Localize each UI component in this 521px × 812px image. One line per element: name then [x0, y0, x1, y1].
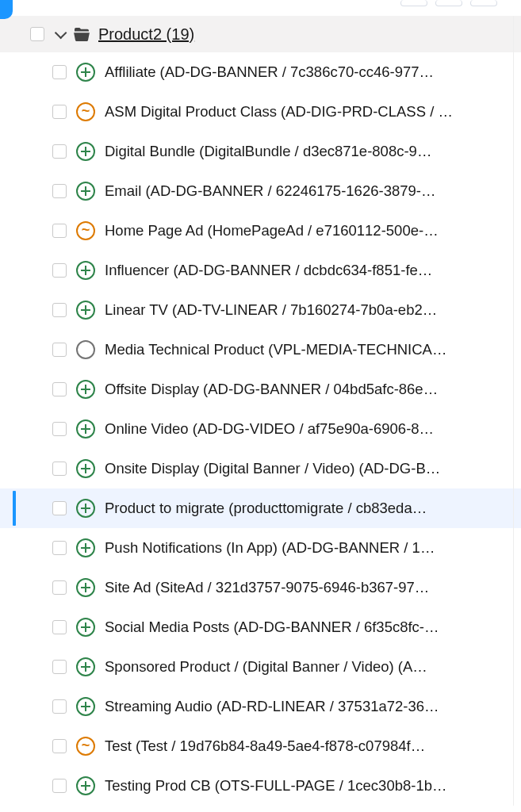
add-circle-icon — [76, 301, 95, 320]
item-checkbox[interactable] — [52, 144, 67, 159]
item-checkbox[interactable] — [52, 699, 67, 714]
scrollbar-vertical[interactable] — [513, 16, 521, 806]
item-checkbox[interactable] — [52, 620, 67, 634]
list-item[interactable]: Testing Prod CB (OTS-FULL-PAGE / 1cec30b… — [0, 766, 521, 806]
item-list: Affliliate (AD-DG-BANNER / 7c386c70-cc46… — [0, 52, 521, 806]
add-circle-icon — [76, 261, 95, 280]
item-label: Site Ad (SiteAd / 321d3757-9075-6946-b36… — [105, 579, 521, 596]
list-item[interactable]: Email (AD-DG-BANNER / 62246175-1626-3879… — [0, 171, 521, 211]
item-checkbox[interactable] — [52, 422, 67, 436]
item-checkbox[interactable] — [52, 779, 67, 793]
item-checkbox[interactable] — [52, 462, 67, 476]
sync-circle-icon — [76, 102, 95, 121]
list-item[interactable]: Streaming Audio (AD-RD-LINEAR / 37531a72… — [0, 687, 521, 726]
chevron-down-icon[interactable] — [51, 26, 67, 42]
add-circle-icon — [76, 459, 95, 478]
item-checkbox[interactable] — [52, 105, 67, 119]
item-checkbox[interactable] — [52, 739, 67, 753]
add-circle-icon — [76, 142, 95, 161]
item-label: Test (Test / 19d76b84-8a49-5ae4-f878-c07… — [105, 737, 521, 755]
add-circle-icon — [76, 538, 95, 557]
list-item[interactable]: Affliliate (AD-DG-BANNER / 7c386c70-cc46… — [0, 52, 521, 92]
item-label: Influencer (AD-DG-BANNER / dcbdc634-f851… — [105, 262, 521, 279]
group-header-row[interactable]: Product2 (19) — [0, 16, 521, 52]
add-circle-icon — [76, 419, 95, 439]
list-item[interactable]: Onsite Display (Digital Banner / Video) … — [0, 449, 521, 488]
list-item[interactable]: Site Ad (SiteAd / 321d3757-9075-6946-b36… — [0, 568, 521, 607]
item-label: Email (AD-DG-BANNER / 62246175-1626-3879… — [105, 182, 521, 200]
top-toolbar — [0, 0, 521, 16]
list-item[interactable]: Offsite Display (AD-DG-BANNER / 04bd5afc… — [0, 370, 521, 409]
group-header-label[interactable]: Product2 (19) — [98, 25, 194, 44]
item-label: Sponsored Product / (Digital Banner / Vi… — [105, 658, 521, 676]
item-label: Media Technical Product (VPL-MEDIA-TECHN… — [105, 341, 521, 358]
add-circle-icon — [76, 578, 95, 597]
item-label: Push Notifications (In App) (AD-DG-BANNE… — [105, 539, 521, 557]
empty-circle-icon — [76, 340, 95, 359]
list-item[interactable]: Social Media Posts (AD-DG-BANNER / 6f35c… — [0, 607, 521, 647]
add-circle-icon — [76, 657, 95, 676]
product-tree: Product2 (19) Affliliate (AD-DG-BANNER /… — [0, 0, 521, 806]
item-checkbox[interactable] — [52, 541, 67, 555]
add-circle-icon — [76, 182, 95, 201]
item-label: Online Video (AD-DG-VIDEO / af75e90a-690… — [105, 420, 521, 438]
folder-open-icon — [73, 25, 90, 43]
list-item[interactable]: ASM Digital Product Class (AD-DIG-PRD-CL… — [0, 92, 521, 132]
item-label: Digital Bundle (DigitalBundle / d3ec871e… — [105, 143, 521, 160]
item-checkbox[interactable] — [52, 65, 67, 79]
list-item[interactable]: Test (Test / 19d76b84-8a49-5ae4-f878-c07… — [0, 726, 521, 766]
add-circle-icon — [76, 618, 95, 637]
item-checkbox[interactable] — [52, 660, 67, 674]
item-checkbox[interactable] — [52, 501, 67, 515]
item-label: Linear TV (AD-TV-LINEAR / 7b160274-7b0a-… — [105, 301, 521, 319]
item-checkbox[interactable] — [52, 184, 67, 198]
sync-circle-icon — [76, 221, 95, 240]
toolbar-button-2[interactable] — [435, 0, 462, 6]
add-circle-icon — [76, 380, 95, 399]
item-label: Streaming Audio (AD-RD-LINEAR / 37531a72… — [105, 698, 521, 715]
item-label: Onsite Display (Digital Banner / Video) … — [105, 460, 521, 477]
list-item[interactable]: Push Notifications (In App) (AD-DG-BANNE… — [0, 528, 521, 568]
item-label: Home Page Ad (HomePageAd / e7160112-500e… — [105, 222, 521, 239]
list-item[interactable]: Online Video (AD-DG-VIDEO / af75e90a-690… — [0, 409, 521, 449]
list-item[interactable]: Media Technical Product (VPL-MEDIA-TECHN… — [0, 330, 521, 370]
item-checkbox[interactable] — [52, 382, 67, 396]
add-circle-icon — [76, 697, 95, 716]
select-all-checkbox[interactable] — [30, 27, 44, 41]
item-label: Testing Prod CB (OTS-FULL-PAGE / 1cec30b… — [105, 777, 521, 795]
toolbar-button-3[interactable] — [470, 0, 497, 6]
toolbar-button-1[interactable] — [400, 0, 427, 6]
item-checkbox[interactable] — [52, 224, 67, 238]
list-item[interactable]: Home Page Ad (HomePageAd / e7160112-500e… — [0, 211, 521, 251]
add-circle-icon — [76, 776, 95, 795]
item-label: ASM Digital Product Class (AD-DIG-PRD-CL… — [105, 103, 521, 121]
list-item[interactable]: Digital Bundle (DigitalBundle / d3ec871e… — [0, 132, 521, 171]
item-label: Social Media Posts (AD-DG-BANNER / 6f35c… — [105, 619, 521, 636]
list-item[interactable]: Influencer (AD-DG-BANNER / dcbdc634-f851… — [0, 251, 521, 290]
item-label: Affliliate (AD-DG-BANNER / 7c386c70-cc46… — [105, 63, 521, 81]
add-circle-icon — [76, 63, 95, 82]
add-circle-icon — [76, 499, 95, 518]
item-checkbox[interactable] — [52, 343, 67, 357]
list-item[interactable]: Linear TV (AD-TV-LINEAR / 7b160274-7b0a-… — [0, 290, 521, 330]
item-label: Offsite Display (AD-DG-BANNER / 04bd5afc… — [105, 381, 521, 398]
item-label: Product to migrate (producttomigrate / c… — [105, 500, 521, 517]
item-checkbox[interactable] — [52, 263, 67, 278]
list-item[interactable]: Sponsored Product / (Digital Banner / Vi… — [0, 647, 521, 687]
item-checkbox[interactable] — [52, 580, 67, 595]
sync-circle-icon — [76, 737, 95, 756]
list-item[interactable]: Product to migrate (producttomigrate / c… — [0, 488, 521, 528]
item-checkbox[interactable] — [52, 303, 67, 317]
